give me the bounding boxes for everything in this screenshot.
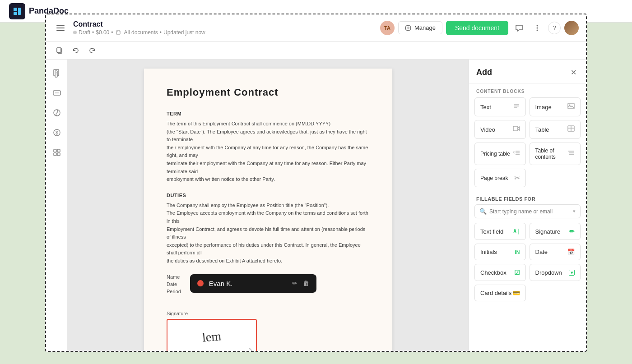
search-chevron-icon[interactable]: ▾ [573, 208, 576, 214]
delete-sig-icon[interactable]: 🗑 [303, 280, 309, 287]
field-labels: Name Date Period [167, 274, 181, 294]
editor-toolbar [46, 41, 586, 60]
resize-handle[interactable]: ⤡ [249, 347, 254, 351]
field-checkbox[interactable]: Checkbox ☑ [474, 264, 526, 281]
initials-field-icon: IN [515, 249, 520, 255]
svg-rect-22 [57, 149, 60, 152]
signature-field-icon: ✏ [569, 228, 575, 235]
search-icon: 🔍 [479, 208, 487, 215]
pricing-table-icon: $ [513, 149, 520, 158]
svg-rect-21 [54, 149, 56, 152]
svg-rect-1 [14, 12, 17, 15]
signature-image: lem [202, 329, 222, 345]
checkbox-field-icon: ☑ [514, 269, 520, 276]
undo-button[interactable] [70, 44, 82, 57]
app-container: Contract Draft • $0.00 • All documents •… [45, 14, 587, 352]
text-field-icon: A| [513, 228, 520, 235]
svg-rect-30 [513, 126, 518, 131]
content-area: $ Employment Contract TERM [46, 60, 586, 351]
field-label-date: Date [167, 281, 181, 287]
header-actions: TA Manage Send document [380, 21, 579, 35]
block-video[interactable]: Video [474, 120, 526, 139]
svg-point-8 [537, 27, 538, 28]
hamburger-button[interactable] [53, 21, 68, 35]
field-label-period: Period [167, 289, 181, 294]
panel-header: Add ✕ [469, 60, 586, 83]
avatar-ta: TA [380, 21, 395, 35]
manage-label: Manage [414, 24, 436, 31]
chat-button[interactable] [512, 21, 526, 35]
signature-label: Signature [167, 311, 370, 316]
card-details-icon: 💳 [513, 290, 520, 296]
block-image[interactable]: Image [530, 97, 581, 116]
field-dropdown[interactable]: Dropdown ▾ [530, 264, 581, 281]
svg-text:$: $ [513, 151, 515, 155]
text-block-icon [513, 102, 520, 111]
svg-rect-2 [18, 8, 21, 15]
field-initials[interactable]: Initials IN [474, 244, 526, 260]
manage-button[interactable]: Manage [398, 21, 442, 34]
toc-icon [567, 149, 575, 158]
copy-button[interactable] [53, 44, 66, 57]
svg-rect-5 [56, 30, 65, 31]
sidebar-design-icon[interactable] [49, 105, 65, 121]
sidebar-pages-icon[interactable] [49, 65, 65, 81]
svg-rect-11 [57, 48, 61, 52]
dropdown-field-icon: ▾ [569, 270, 575, 276]
doc-updated: Updated just now [163, 29, 205, 36]
svg-point-6 [405, 25, 411, 31]
block-page-break[interactable]: Page break ✂ [474, 169, 526, 187]
document-meta: Draft • $0.00 • All documents • Updated … [73, 29, 375, 36]
fillable-search-input[interactable] [489, 208, 570, 215]
signer-name: Evan K. [209, 280, 287, 287]
duties-section-label: DUTIES [167, 193, 370, 198]
signature-field[interactable]: lem ⤡ [167, 319, 257, 351]
svg-rect-24 [57, 153, 60, 156]
svg-rect-4 [56, 28, 65, 28]
fillable-search-box[interactable]: 🔍 ▾ [474, 204, 581, 218]
field-text-field[interactable]: Text field A| [474, 223, 526, 240]
svg-rect-0 [14, 8, 17, 11]
block-table[interactable]: Table [530, 120, 581, 139]
doc-status: Draft [79, 29, 90, 36]
block-toc[interactable]: Table of contents [530, 143, 581, 165]
document-header: Contract Draft • $0.00 • All documents •… [46, 14, 586, 41]
block-text[interactable]: Text [474, 97, 526, 116]
redo-button[interactable] [86, 44, 98, 57]
doc-location-separator: • [111, 29, 113, 36]
sidebar-fields-icon[interactable] [49, 85, 65, 101]
more-options-button[interactable] [530, 21, 544, 35]
document-page: Employment Contract TERM The term of thi… [144, 69, 392, 351]
svg-rect-23 [54, 153, 56, 156]
page-break-icon: ✂ [514, 174, 520, 182]
sidebar-pricing-icon[interactable]: $ [49, 124, 65, 141]
close-panel-button[interactable]: ✕ [568, 67, 579, 78]
term-section-label: TERM [167, 111, 370, 116]
svg-point-9 [537, 29, 538, 31]
send-document-button[interactable]: Send document [446, 21, 508, 35]
user-avatar [564, 21, 579, 35]
panel-title: Add [476, 68, 492, 77]
document-canvas[interactable]: Employment Contract TERM The term of thi… [68, 60, 469, 351]
svg-rect-3 [56, 25, 65, 26]
signer-block[interactable]: Evan K. ✏ 🗑 [190, 274, 316, 293]
block-pricing-table[interactable]: Pricing table $ [474, 143, 526, 165]
status-dot [73, 31, 77, 34]
field-signature[interactable]: Signature ✏ [530, 223, 581, 240]
table-block-icon [567, 125, 575, 134]
video-block-icon [513, 125, 520, 134]
doc-price-separator: • [92, 29, 94, 36]
document-title: Contract [73, 20, 375, 28]
content-blocks-grid: Text Image [469, 97, 586, 193]
edit-sig-icon[interactable]: ✏ [292, 280, 297, 287]
doc-location: All documents [124, 29, 158, 36]
fillable-fields-grid: Text field A| Signature ✏ Initials IN [469, 223, 586, 307]
add-panel: Add ✕ CONTENT BLOCKS Text [469, 60, 586, 351]
field-label-name: Name [167, 274, 181, 280]
fillable-fields-header: FILLABLE FIELDS FOR [469, 193, 586, 204]
field-date[interactable]: Date 📅 [530, 244, 581, 260]
sidebar-grid-icon[interactable] [49, 144, 65, 161]
field-card-details[interactable]: Card details 💳 [474, 285, 526, 301]
term-text: The term of this Employment Contract sha… [167, 120, 370, 184]
help-button[interactable]: ? [548, 22, 561, 34]
